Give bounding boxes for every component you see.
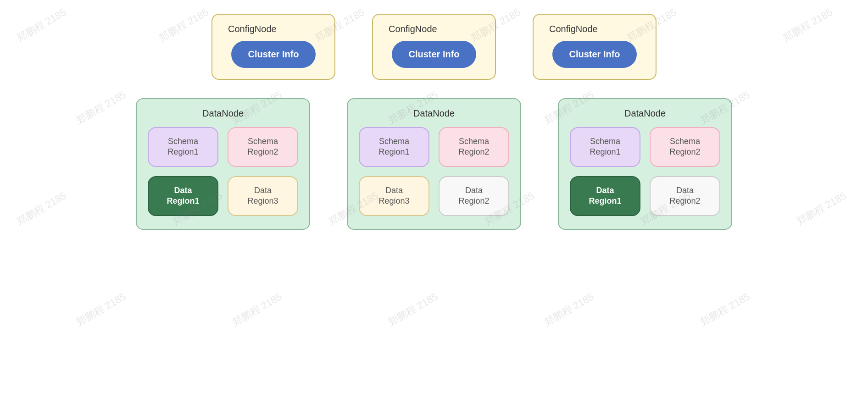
data-node-1-title: DataNode (202, 108, 244, 119)
data-node-2-grid: SchemaRegion1 SchemaRegion2 DataRegion3 … (359, 127, 509, 216)
data-node-2: DataNode SchemaRegion1 SchemaRegion2 Dat… (347, 98, 521, 230)
config-node-2: ConfigNode Cluster Info (372, 14, 496, 80)
data-region2-node2: DataRegion2 (439, 176, 509, 216)
config-node-2-title: ConfigNode (384, 24, 437, 34)
cluster-info-btn-3[interactable]: Cluster Info (552, 41, 636, 68)
cluster-info-btn-1[interactable]: Cluster Info (231, 41, 315, 68)
config-node-1: ConfigNode Cluster Info (211, 14, 335, 80)
schema-region2-node2: SchemaRegion2 (439, 127, 509, 167)
data-node-1: DataNode SchemaRegion1 SchemaRegion2 Dat… (136, 98, 310, 230)
data-node-1-grid: SchemaRegion1 SchemaRegion2 DataRegion1 … (148, 127, 298, 216)
schema-region1-node2: SchemaRegion1 (359, 127, 429, 167)
schema-region2-node1: SchemaRegion2 (228, 127, 298, 167)
data-node-3-title: DataNode (624, 108, 666, 119)
data-region3-node1: DataRegion3 (228, 176, 298, 216)
schema-region1-node1: SchemaRegion1 (148, 127, 218, 167)
config-node-3-title: ConfigNode (545, 24, 598, 34)
config-node-row: ConfigNode Cluster Info ConfigNode Clust… (28, 14, 840, 80)
data-region1-node3: DataRegion1 (570, 176, 640, 216)
data-node-row: DataNode SchemaRegion1 SchemaRegion2 Dat… (28, 98, 840, 230)
data-node-3-grid: SchemaRegion1 SchemaRegion2 DataRegion1 … (570, 127, 720, 216)
config-node-3: ConfigNode Cluster Info (533, 14, 657, 80)
data-region1-node1: DataRegion1 (148, 176, 218, 216)
cluster-info-btn-2[interactable]: Cluster Info (392, 41, 476, 68)
data-region3-node2: DataRegion3 (359, 176, 429, 216)
main-container: ConfigNode Cluster Info ConfigNode Clust… (0, 0, 868, 400)
data-region2-node3: DataRegion2 (650, 176, 720, 216)
schema-region2-node3: SchemaRegion2 (650, 127, 720, 167)
data-node-2-title: DataNode (413, 108, 455, 119)
data-node-3: DataNode SchemaRegion1 SchemaRegion2 Dat… (558, 98, 732, 230)
config-node-1-title: ConfigNode (223, 24, 277, 34)
schema-region1-node3: SchemaRegion1 (570, 127, 640, 167)
